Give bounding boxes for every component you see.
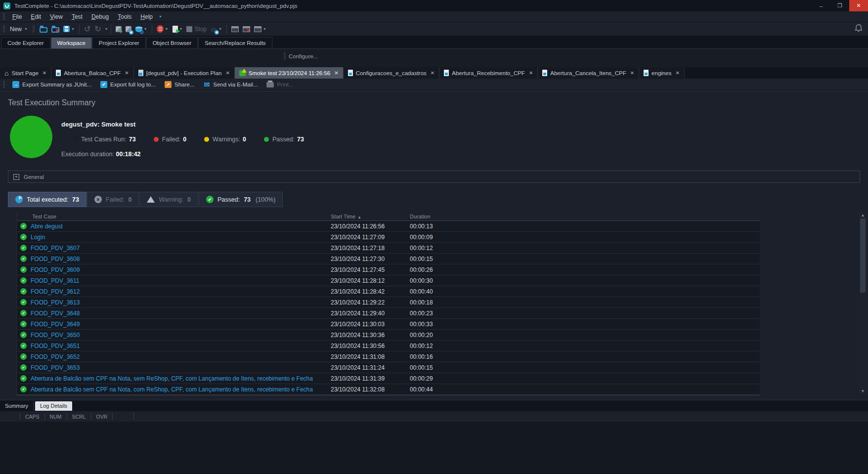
table-row[interactable]: FOOD_PDV_3609 23/10/2024 11:27:45 00:00:… xyxy=(17,264,760,275)
export-button[interactable]: → Export Summary as JUnit... xyxy=(8,81,96,88)
close-tab-icon[interactable]: ✕ xyxy=(43,70,46,76)
export-button[interactable]: ✉ Send via E-Mail... xyxy=(199,81,262,88)
menu-overflow-icon[interactable]: ▼ xyxy=(159,15,162,18)
export-button[interactable]: ✔ Export full log to... xyxy=(96,81,160,88)
test-case-link[interactable]: FOOD_PDV_3648 xyxy=(31,310,80,317)
column-header-test-case[interactable]: Test Case xyxy=(17,214,331,219)
filter-tab[interactable]: Total executed: 73 xyxy=(8,192,87,207)
menu-item[interactable]: Help xyxy=(136,13,157,20)
toolbar-grip[interactable] xyxy=(3,81,5,88)
general-expander[interactable]: + General xyxy=(8,171,860,183)
redo-button[interactable]: ↻ xyxy=(92,24,103,34)
object-repository-button[interactable]: ⚙ ▼ xyxy=(133,25,149,33)
vertical-scrollbar[interactable]: ▲ ▼ xyxy=(859,212,867,394)
table-row[interactable]: FOOD_PDV_3613 23/10/2024 11:29:22 00:00:… xyxy=(17,297,760,308)
table-row[interactable]: Abertura de Balcão sem CPF na Nota, com … xyxy=(17,384,760,395)
column-header-duration[interactable]: Duration xyxy=(410,214,760,219)
test-case-link[interactable]: FOOD_PDV_3651 xyxy=(31,343,80,349)
test-case-link[interactable]: FOOD_PDV_3607 xyxy=(31,245,80,252)
table-row[interactable]: Abertura de Balcão sem CPF na Nota, sem … xyxy=(17,373,760,384)
scroll-down-icon[interactable]: ▼ xyxy=(861,388,865,394)
test-case-link[interactable]: FOOD_PDV_3613 xyxy=(31,299,80,306)
table-row[interactable]: FOOD_PDV_3651 23/10/2024 11:30:56 00:00:… xyxy=(17,341,760,351)
table-row[interactable]: FOOD_PDV_3648 23/10/2024 11:29:40 00:00:… xyxy=(17,308,760,319)
test-case-link[interactable]: FOOD_PDV_3611 xyxy=(31,277,80,284)
test-case-link[interactable]: Abre degust xyxy=(31,223,63,230)
panel-tab[interactable]: Project Explorer xyxy=(92,37,146,48)
new-caret-icon[interactable]: ▼ xyxy=(24,27,28,31)
close-tab-icon[interactable]: ✕ xyxy=(431,70,434,76)
test-case-link[interactable]: FOOD_PDV_3653 xyxy=(31,364,80,371)
test-case-link[interactable]: FOOD_PDV_3652 xyxy=(31,353,80,360)
undo-button[interactable]: ↺ xyxy=(82,24,92,34)
close-tab-icon[interactable]: ✕ xyxy=(675,70,679,76)
table-row[interactable]: FOOD_PDV_3608 23/10/2024 11:27:30 00:00:… xyxy=(17,254,760,264)
filter-tab[interactable]: Warning: 0 xyxy=(139,192,198,207)
document-tab[interactable]: Start Page ✕ xyxy=(0,67,51,79)
document-tab[interactable]: Configuracoes_e_cadastros ✕ xyxy=(344,67,440,79)
close-tab-icon[interactable]: ✕ xyxy=(630,70,634,76)
maximize-button[interactable]: ❐ xyxy=(830,0,849,11)
run-window-button[interactable]: ▼ xyxy=(252,25,268,33)
test-case-link[interactable]: FOOD_PDV_3650 xyxy=(31,332,80,339)
debug-caret-icon[interactable]: ▼ xyxy=(218,27,222,31)
toolbar-grip[interactable] xyxy=(284,53,286,60)
minimize-button[interactable]: – xyxy=(812,0,830,11)
close-tab-icon[interactable]: ✕ xyxy=(529,70,533,76)
log-view-tab[interactable]: Summary xyxy=(0,401,34,411)
panel-tab[interactable]: Workspace xyxy=(51,37,92,48)
close-tab-icon[interactable]: ✕ xyxy=(334,70,338,76)
panel-tab[interactable]: Search/Replace Results xyxy=(198,37,272,48)
table-row[interactable]: FOOD_PDV_3612 23/10/2024 11:28:42 00:00:… xyxy=(17,286,760,297)
document-tab[interactable]: Abertura_Recebimento_CPF ✕ xyxy=(439,67,538,79)
test-case-link[interactable]: FOOD_PDV_3609 xyxy=(31,266,80,273)
test-case-link[interactable]: FOOD_PDV_3612 xyxy=(31,288,80,295)
menu-item[interactable]: Edit xyxy=(26,13,45,20)
close-project-button[interactable]: ✕ xyxy=(49,25,61,34)
test-case-link[interactable]: FOOD_PDV_3608 xyxy=(31,256,80,262)
panel-tab[interactable]: Object Browser xyxy=(146,37,198,48)
export-button[interactable]: Print... xyxy=(262,82,298,87)
table-row[interactable]: Login 23/10/2024 11:27:09 00:00:09 xyxy=(17,232,760,243)
menu-item[interactable]: Test xyxy=(67,13,87,20)
save-button[interactable]: ▼ xyxy=(61,25,77,33)
table-row[interactable]: FOOD_PDV_3607 23/10/2024 11:27:18 00:00:… xyxy=(17,243,760,254)
scroll-up-icon[interactable]: ▲ xyxy=(861,212,865,218)
menu-item[interactable]: File xyxy=(8,13,26,20)
close-button[interactable]: ✕ xyxy=(849,0,868,11)
table-row[interactable]: FOOD_PDV_3650 23/10/2024 11:30:36 00:00:… xyxy=(17,330,760,341)
undo-caret-icon[interactable]: ▼ xyxy=(105,27,108,31)
filter-tab[interactable]: Failed: 0 xyxy=(87,192,139,207)
object-spy-button[interactable] xyxy=(124,25,133,33)
repository-caret-icon[interactable]: ▼ xyxy=(144,27,147,31)
menu-item[interactable]: Debug xyxy=(87,13,113,20)
scrollbar-thumb[interactable] xyxy=(860,218,866,293)
open-button[interactable] xyxy=(38,25,49,34)
table-row[interactable]: FOOD_PDV_3653 23/10/2024 11:31:24 00:00:… xyxy=(17,362,760,373)
new-button[interactable]: New ▼ xyxy=(8,25,30,34)
close-tab-icon[interactable]: ✕ xyxy=(225,70,229,76)
document-tab[interactable]: Smoke test 23/10/2024 11:26:56 ✕ xyxy=(235,67,344,79)
run-window-caret-icon[interactable]: ▼ xyxy=(263,27,266,31)
test-case-link[interactable]: FOOD_PDV_3649 xyxy=(31,321,80,328)
configure-button[interactable]: Configure... xyxy=(289,53,318,59)
filter-tab[interactable]: Passed: 73 (100%) xyxy=(199,192,283,207)
document-tab[interactable]: Abertura_Cancela_Itens_CPF ✕ xyxy=(538,67,639,79)
run-button[interactable]: ▶ ▼ xyxy=(171,25,185,34)
table-row[interactable]: FOOD_PDV_3652 23/10/2024 11:31:08 00:00:… xyxy=(17,351,760,362)
save-caret-icon[interactable]: ▼ xyxy=(71,27,75,31)
menu-item[interactable]: Tools xyxy=(113,13,136,20)
close-window-button[interactable]: ✕ xyxy=(241,25,252,33)
record-button[interactable]: ▼ xyxy=(155,24,171,34)
toolbar-grip[interactable] xyxy=(3,26,5,33)
document-tab[interactable]: engines ✕ xyxy=(639,67,685,79)
expand-plus-icon[interactable]: + xyxy=(13,174,19,180)
column-header-start-time[interactable]: Start Time▲ xyxy=(331,214,410,219)
document-tab[interactable]: [degust_pdv] - Execution Plan ✕ xyxy=(134,67,235,79)
test-case-link[interactable]: Abertura de Balcão sem CPF na Nota, sem … xyxy=(31,375,313,382)
document-tab[interactable]: Abertura_Balcao_CPF ✕ xyxy=(51,67,133,79)
notifications-button[interactable] xyxy=(855,24,862,34)
table-row[interactable]: Abre degust 23/10/2024 11:26:56 00:00:13 xyxy=(17,221,760,232)
toolbar-grip[interactable] xyxy=(33,26,35,33)
menu-item[interactable]: View xyxy=(45,13,67,20)
